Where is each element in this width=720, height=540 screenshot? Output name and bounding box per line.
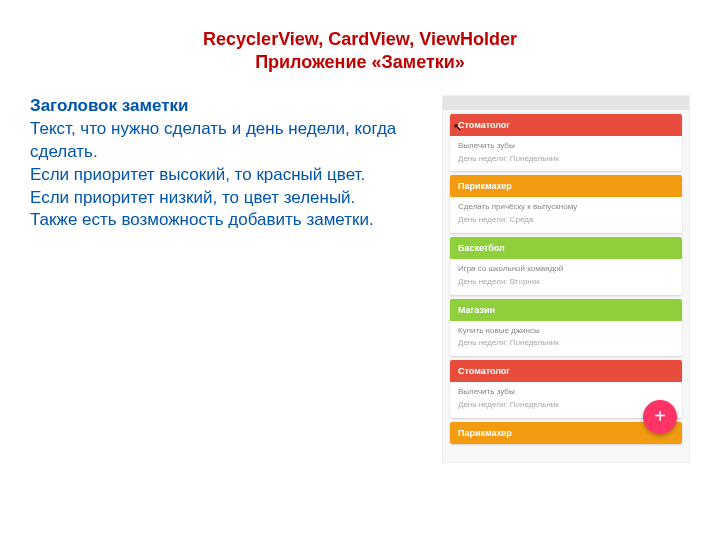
note-title: Парикмахер [450, 175, 682, 197]
plus-icon: + [654, 405, 666, 428]
desc-heading: Заголовок заметки [30, 95, 432, 118]
note-title: Баскетбол [450, 237, 682, 259]
title-line-2: Приложение «Заметки» [0, 51, 720, 74]
note-task: Вылечить зубы [458, 386, 674, 399]
note-title: Стоматолог [450, 114, 682, 136]
desc-p4: Также есть возможность добавить заметки. [30, 209, 432, 232]
desc-p2: Если приоритет высокий, то красный цвет. [30, 164, 432, 187]
note-task: Купить новые джинсы [458, 325, 674, 338]
description-block: Заголовок заметки Текст, что нужно сдела… [30, 95, 442, 463]
note-body: Сделать причёску к выпускномуДень недели… [450, 197, 682, 233]
note-card[interactable]: БаскетболИгра со школьной командойДень н… [450, 237, 682, 295]
note-title: Стоматолог [450, 360, 682, 382]
note-task: Игра со школьной командой [458, 263, 674, 276]
fab-add-note[interactable]: + [643, 400, 677, 434]
note-body: Вылечить зубыДень недели: Понедельник [450, 136, 682, 172]
desc-p3: Если приоритет низкий, то цвет зеленый. [30, 187, 432, 210]
note-day: День недели: Понедельник [458, 337, 674, 350]
note-card[interactable]: ПарикмахерСделать причёску к выпускномуД… [450, 175, 682, 233]
note-task: Вылечить зубы [458, 140, 674, 153]
phone-mockup: ↖ СтоматологВылечить зубыДень недели: По… [442, 95, 690, 463]
slide-title: RecyclerView, CardView, ViewHolder Прило… [0, 0, 720, 75]
note-day: День недели: Вторник [458, 276, 674, 289]
content-row: Заголовок заметки Текст, что нужно сдела… [0, 75, 720, 463]
note-card[interactable]: МагазинКупить новые джинсыДень недели: П… [450, 299, 682, 357]
note-body: Купить новые джинсыДень недели: Понедель… [450, 321, 682, 357]
status-bar [443, 96, 689, 110]
note-card[interactable]: СтоматологВылечить зубыДень недели: Поне… [450, 114, 682, 172]
note-task: Сделать причёску к выпускному [458, 201, 674, 214]
title-line-1: RecyclerView, CardView, ViewHolder [0, 28, 720, 51]
desc-p1: Текст, что нужно сделать и день недели, … [30, 118, 432, 164]
note-day: День недели: Понедельник [458, 399, 674, 412]
note-title: Магазин [450, 299, 682, 321]
note-day: День недели: Понедельник [458, 153, 674, 166]
note-day: День недели: Среда [458, 214, 674, 227]
note-body: Игра со школьной командойДень недели: Вт… [450, 259, 682, 295]
